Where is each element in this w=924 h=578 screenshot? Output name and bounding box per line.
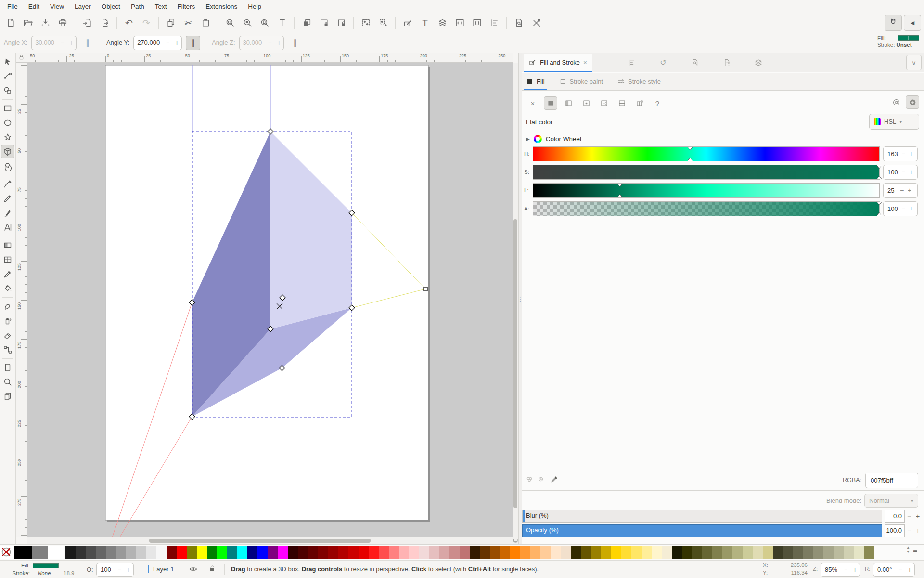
print-button[interactable] — [54, 15, 71, 31]
current-layer-label[interactable]: Layer 1 — [153, 565, 174, 573]
layer-visibility-toggle[interactable] — [189, 565, 198, 575]
palette-swatch[interactable] — [227, 546, 237, 559]
mesh-gradient-button[interactable] — [633, 96, 646, 110]
palette-swatch[interactable] — [348, 546, 359, 559]
color-wheel-row[interactable]: ▶ Color Wheel — [526, 135, 581, 143]
slider-spin-l[interactable]: 25−+ — [883, 183, 918, 198]
palette-swatch[interactable] — [470, 546, 480, 559]
palette-swatch[interactable] — [237, 546, 247, 559]
slider-spin-s[interactable]: 100−+ — [883, 165, 918, 180]
palette-swatch[interactable] — [591, 546, 601, 559]
collapse-commandbar-button[interactable]: ◀ — [904, 15, 921, 31]
palette-swatch[interactable] — [247, 546, 257, 559]
blur-plus-button[interactable]: + — [913, 512, 922, 520]
pattern-button[interactable] — [597, 96, 611, 110]
slider-marker[interactable] — [877, 176, 882, 179]
tweak-tool[interactable] — [1, 300, 14, 313]
palette-swatch[interactable] — [581, 546, 591, 559]
palette-swatch[interactable] — [318, 546, 328, 559]
redo-button[interactable]: ↷ — [138, 15, 155, 31]
slider-marker[interactable] — [617, 184, 622, 186]
palette-swatch[interactable] — [328, 546, 338, 559]
palette-swatch[interactable] — [156, 546, 167, 559]
zoom-selection-button[interactable] — [221, 15, 239, 31]
palette-swatch[interactable] — [864, 546, 874, 559]
menu-filters[interactable]: Filters — [172, 0, 200, 13]
document-properties-button[interactable] — [510, 15, 527, 31]
scroll-down-icon[interactable]: ▾ — [907, 550, 910, 554]
slider-a[interactable] — [533, 201, 880, 216]
slider-h[interactable] — [533, 146, 880, 161]
layers-dialog-button[interactable] — [434, 15, 451, 31]
statusbar-fill-swatch[interactable] — [33, 563, 59, 568]
angle-input-2[interactable]: 30.000−+ — [239, 36, 284, 50]
menu-file[interactable]: File — [2, 0, 23, 13]
pen-tool[interactable] — [1, 177, 14, 191]
palette-menu-icon[interactable]: ≡ — [913, 546, 917, 554]
menu-view[interactable]: View — [45, 0, 69, 13]
palette-swatch[interactable] — [611, 546, 621, 559]
angle-input-0[interactable]: 30.000−+ — [31, 36, 77, 50]
tab-layers-tab[interactable] — [751, 56, 766, 69]
palette-swatch[interactable] — [126, 546, 136, 559]
zoom-plus-button[interactable]: + — [850, 566, 860, 574]
palette-swatch[interactable] — [399, 546, 409, 559]
plus-button[interactable]: + — [124, 566, 133, 574]
unlink-clone-button[interactable] — [333, 15, 350, 31]
subtab-stroke-paint[interactable]: Stroke paint — [558, 73, 604, 90]
star-tool[interactable] — [1, 131, 14, 144]
text-dialog-button[interactable]: T — [416, 15, 434, 31]
palette-swatch[interactable] — [32, 546, 48, 559]
palette-swatch[interactable] — [86, 546, 96, 559]
palette-swatch[interactable] — [136, 546, 146, 559]
opacity-value[interactable]: 100.0 — [885, 524, 905, 537]
palette-swatch[interactable] — [773, 546, 783, 559]
palette-swatch[interactable] — [197, 546, 207, 559]
clone-button[interactable] — [315, 15, 333, 31]
tab-fill-and-stroke[interactable]: Fill and Stroke × — [524, 54, 592, 72]
opacity-minus-button[interactable]: − — [905, 527, 913, 535]
import-button[interactable] — [78, 15, 96, 31]
palette-swatch[interactable] — [844, 546, 854, 559]
palette-swatch[interactable] — [621, 546, 631, 559]
tab-align-tab[interactable] — [624, 56, 639, 69]
dock-menu-button[interactable]: ∨ — [906, 55, 922, 70]
palette-swatch[interactable] — [571, 546, 581, 559]
palette-swatch[interactable] — [813, 546, 823, 559]
blur-value[interactable]: 0.0 — [885, 510, 905, 523]
palette-swatch[interactable] — [702, 546, 712, 559]
dropper-tool[interactable] — [1, 267, 14, 281]
gradient-tool[interactable] — [1, 238, 14, 252]
menu-edit[interactable]: Edit — [23, 0, 45, 13]
duplicate-button[interactable] — [298, 15, 315, 31]
opacity-plus-button[interactable]: + — [913, 527, 922, 535]
palette-swatch[interactable] — [712, 546, 722, 559]
palette-swatch[interactable] — [551, 546, 561, 559]
palette-swatch[interactable] — [803, 546, 813, 559]
palette-swatch[interactable] — [429, 546, 439, 559]
flat-color-button[interactable] — [544, 96, 557, 110]
tab-document-preview[interactable] — [688, 56, 702, 69]
page-tool-tool[interactable] — [1, 361, 14, 374]
palette-swatch[interactable] — [642, 546, 652, 559]
color-picker-icon[interactable] — [550, 475, 559, 486]
spray-tool[interactable] — [1, 314, 14, 328]
palette-swatch[interactable] — [48, 546, 64, 559]
palette-swatch[interactable] — [217, 546, 227, 559]
node-editor-tool[interactable] — [1, 69, 14, 83]
ellipse-tool[interactable] — [1, 116, 14, 130]
horizontal-scrollbar[interactable] — [27, 537, 513, 544]
fill-rule-even-odd-button[interactable] — [889, 95, 903, 109]
palette-swatch[interactable] — [682, 546, 692, 559]
vertical-ruler[interactable]: 255075100125150175200225250275300 — [16, 63, 27, 537]
ungroup-button[interactable] — [374, 15, 392, 31]
subtab-fill[interactable]: Fill — [525, 73, 546, 90]
palette-swatch[interactable] — [338, 546, 348, 559]
undo-button[interactable]: ↶ — [120, 15, 138, 31]
horizontal-scrollbar-thumb[interactable] — [149, 539, 371, 543]
blur-minus-button[interactable]: − — [905, 512, 913, 520]
radial-gradient-button[interactable] — [579, 96, 593, 110]
slider-marker[interactable] — [877, 213, 882, 216]
zoom-value[interactable]: 85% — [821, 566, 841, 573]
paint-bucket-tool[interactable] — [1, 282, 14, 295]
